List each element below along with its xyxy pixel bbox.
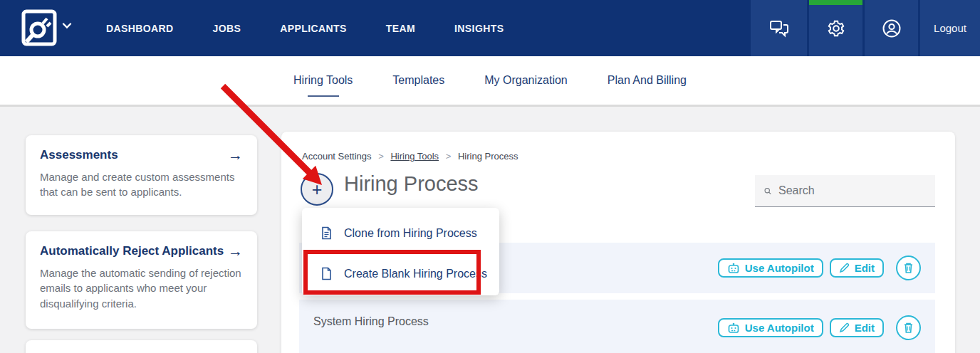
menu-item-create-blank-hiring-process[interactable]: Create Blank Hiring Process: [302, 253, 499, 294]
use-autopilot-label: Use Autopilot: [745, 322, 814, 334]
nav-item-dashboard[interactable]: DASHBOARD: [106, 23, 174, 34]
active-tab-underline: [308, 95, 339, 97]
tab-my-organization[interactable]: My Organization: [484, 74, 568, 87]
card-description: Manage and create custom assessments tha…: [40, 169, 243, 200]
search-field[interactable]: [755, 175, 935, 207]
search-input[interactable]: [778, 184, 926, 197]
plus-icon: +: [312, 181, 323, 199]
menu-item-clone-hiring-process[interactable]: Clone from Hiring Process: [302, 213, 499, 253]
edit-button[interactable]: Edit: [830, 318, 884, 337]
edit-label: Edit: [855, 262, 875, 274]
top-navigation-bar: DASHBOARD JOBS APPLICANTS TEAM INSIGHTS: [0, 0, 980, 56]
tab-templates[interactable]: Templates: [392, 74, 444, 87]
add-hiring-process-button[interactable]: +: [301, 173, 333, 206]
card-assessments[interactable]: Assessments → Manage and create custom a…: [26, 135, 257, 215]
breadcrumb-separator: >: [378, 151, 384, 162]
nav-item-applicants[interactable]: APPLICANTS: [280, 23, 346, 34]
nav-item-insights[interactable]: INSIGHTS: [454, 23, 504, 34]
card-partial[interactable]: [26, 340, 257, 353]
tab-plan-and-billing[interactable]: Plan And Billing: [608, 74, 687, 87]
breadcrumb: Account Settings > Hiring Tools > Hiring…: [302, 151, 518, 162]
card-title: Automatically Reject Applicants: [40, 244, 224, 258]
breadcrumb-hiring-process: Hiring Process: [458, 151, 518, 162]
robot-icon: [727, 322, 740, 334]
use-autopilot-label: Use Autopilot: [745, 262, 814, 274]
breadcrumb-account-settings[interactable]: Account Settings: [302, 151, 372, 162]
edit-button[interactable]: Edit: [830, 258, 884, 278]
messages-button[interactable]: [751, 0, 807, 56]
add-process-dropdown: Clone from Hiring Process Create Blank H…: [302, 208, 499, 295]
arrow-right-icon[interactable]: →: [228, 243, 243, 258]
process-name: System Hiring Process: [313, 315, 429, 328]
active-section-indicator: [809, 0, 862, 5]
trash-icon: [903, 322, 914, 334]
main-menu: DASHBOARD JOBS APPLICANTS TEAM INSIGHTS: [106, 0, 504, 56]
page-title: Hiring Process: [344, 172, 479, 196]
hiring-process-row[interactable]: System Hiring Process Use Autopilot Edit: [299, 300, 935, 353]
use-autopilot-button[interactable]: Use Autopilot: [718, 318, 823, 337]
search-icon: [764, 184, 771, 198]
account-button[interactable]: [865, 0, 918, 56]
logo-icon: [21, 9, 57, 46]
menu-item-label: Create Blank Hiring Process: [344, 268, 487, 280]
card-auto-reject[interactable]: Automatically Reject Applicants → Manage…: [26, 231, 257, 329]
settings-button[interactable]: [809, 0, 862, 56]
arrow-right-icon[interactable]: →: [228, 147, 243, 162]
card-title: Assessments: [40, 148, 118, 162]
breadcrumb-hiring-tools[interactable]: Hiring Tools: [390, 151, 439, 162]
chevron-down-icon[interactable]: [61, 20, 73, 31]
nav-item-jobs[interactable]: JOBS: [213, 23, 241, 34]
pencil-icon: [839, 322, 850, 333]
chat-icon: [769, 19, 789, 38]
tab-label: Hiring Tools: [293, 74, 353, 86]
pencil-icon: [839, 263, 850, 273]
document-blank-icon: [321, 267, 332, 280]
delete-button[interactable]: [896, 315, 921, 340]
logout-label: Logout: [934, 22, 966, 34]
trash-icon: [903, 262, 914, 274]
use-autopilot-button[interactable]: Use Autopilot: [718, 258, 823, 278]
nav-right-sections: Logout: [751, 0, 980, 56]
document-lines-icon: [321, 226, 332, 240]
account-icon: [882, 19, 902, 38]
tab-hiring-tools[interactable]: Hiring Tools: [293, 74, 353, 87]
settings-subnav: Hiring Tools Templates My Organization P…: [0, 56, 980, 107]
delete-button[interactable]: [896, 255, 921, 280]
nav-item-team[interactable]: TEAM: [386, 23, 415, 34]
gear-icon: [827, 19, 845, 38]
logout-button[interactable]: Logout: [920, 0, 980, 56]
edit-label: Edit: [855, 322, 875, 334]
menu-item-label: Clone from Hiring Process: [344, 227, 477, 240]
robot-icon: [727, 263, 740, 274]
card-description: Manage the automatic sending of rejectio…: [40, 265, 243, 311]
app-logo[interactable]: [21, 9, 57, 46]
breadcrumb-separator: >: [446, 151, 452, 162]
